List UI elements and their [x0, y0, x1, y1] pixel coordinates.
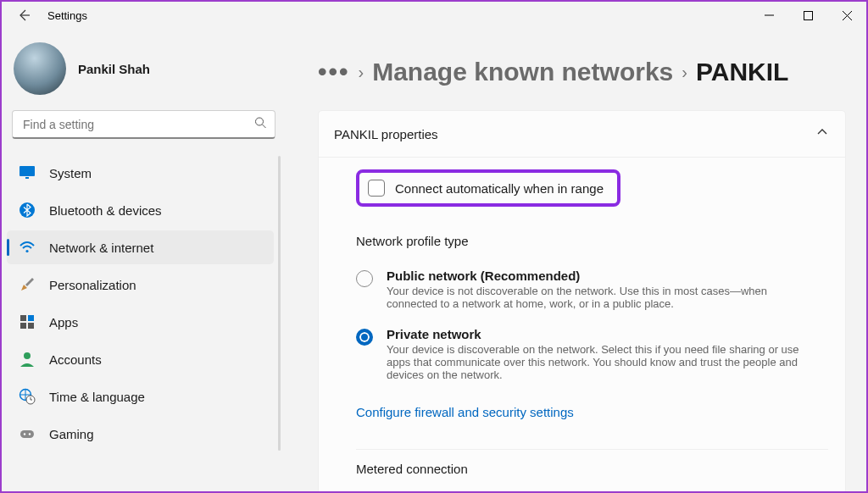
search-input[interactable] [12, 110, 275, 139]
sidebar-item-label: Accounts [49, 352, 102, 367]
scrollbar-track[interactable] [278, 156, 281, 451]
private-network-option[interactable]: Private network Your device is discovera… [356, 327, 828, 381]
sidebar-item-personalization[interactable]: Personalization [7, 268, 274, 302]
search-box [12, 110, 275, 139]
svg-point-19 [29, 433, 31, 435]
sidebar-item-system[interactable]: System [7, 156, 274, 190]
breadcrumb-current: PANKIL [696, 58, 788, 86]
sidebar-item-label: Apps [49, 315, 78, 330]
apps-icon [19, 313, 36, 330]
person-icon [19, 351, 36, 368]
svg-rect-11 [28, 315, 34, 321]
wifi-icon [19, 239, 36, 256]
monitor-icon [19, 164, 36, 181]
properties-panel: PANKIL properties Connect automatically … [318, 110, 846, 491]
auto-connect-label: Connect automatically when in range [395, 181, 604, 196]
public-radio[interactable] [356, 270, 373, 287]
search-icon [254, 117, 267, 133]
svg-rect-1 [804, 11, 812, 19]
nav-list: System Bluetooth & devices Network & int… [7, 156, 281, 451]
breadcrumb-manage-networks[interactable]: Manage known networks [372, 58, 673, 86]
globe-clock-icon [19, 388, 36, 405]
breadcrumb-ellipsis[interactable]: ••• [318, 58, 350, 86]
sidebar-item-label: Personalization [49, 278, 136, 292]
auto-connect-checkbox[interactable] [368, 180, 385, 197]
brush-icon [19, 276, 36, 293]
sidebar-item-accounts[interactable]: Accounts [7, 342, 274, 376]
svg-rect-12 [20, 323, 26, 329]
user-name: Pankil Shah [78, 62, 150, 76]
minimize-button[interactable] [749, 2, 788, 29]
sidebar-item-time-language[interactable]: Time & language [7, 379, 274, 413]
firewall-link[interactable]: Configure firewall and security settings [356, 405, 574, 419]
svg-point-14 [24, 352, 31, 359]
content-area: ••• › Manage known networks › PANKIL PAN… [286, 29, 866, 491]
chevron-up-icon [816, 126, 828, 141]
sidebar-item-label: Gaming [49, 427, 94, 441]
private-desc: Your device is discoverable on the netwo… [387, 343, 810, 381]
auto-connect-row: Connect automatically when in range [356, 169, 620, 207]
sidebar: Pankil Shah System Bluetooth & devices N… [2, 29, 286, 491]
user-profile[interactable]: Pankil Shah [7, 39, 281, 110]
window-title: Settings [47, 9, 87, 22]
private-label: Private network [387, 327, 810, 341]
sidebar-item-gaming[interactable]: Gaming [7, 417, 274, 451]
sidebar-item-label: System [49, 166, 92, 180]
chevron-right-icon: › [682, 63, 687, 82]
svg-line-5 [263, 125, 266, 128]
profile-type-title: Network profile type [356, 234, 828, 248]
maximize-button[interactable] [788, 2, 827, 29]
sidebar-item-bluetooth[interactable]: Bluetooth & devices [7, 193, 274, 227]
svg-point-18 [24, 433, 25, 435]
sidebar-item-network[interactable]: Network & internet [7, 230, 274, 264]
panel-header[interactable]: PANKIL properties [319, 111, 845, 158]
public-label: Public network (Recommended) [387, 269, 810, 283]
close-button[interactable] [827, 2, 866, 29]
breadcrumb: ••• › Manage known networks › PANKIL [318, 58, 846, 86]
sidebar-item-label: Network & internet [49, 241, 153, 255]
svg-rect-13 [28, 323, 34, 329]
bluetooth-icon [19, 202, 36, 219]
svg-point-4 [256, 118, 264, 125]
panel-title: PANKIL properties [334, 127, 438, 141]
sidebar-item-apps[interactable]: Apps [7, 305, 274, 339]
svg-rect-10 [20, 315, 26, 321]
private-radio[interactable] [356, 329, 373, 346]
svg-rect-7 [25, 177, 29, 179]
metered-connection-title: Metered connection [356, 449, 828, 476]
sidebar-item-label: Bluetooth & devices [49, 203, 162, 218]
chevron-right-icon: › [359, 63, 364, 82]
public-desc: Your device is not discoverable on the n… [387, 285, 810, 310]
public-network-option[interactable]: Public network (Recommended) Your device… [356, 269, 828, 310]
back-button[interactable] [14, 5, 34, 25]
gamepad-icon [19, 425, 36, 442]
svg-rect-17 [20, 430, 34, 438]
avatar [14, 42, 66, 95]
sidebar-item-label: Time & language [49, 390, 145, 404]
svg-point-9 [25, 250, 28, 252]
svg-rect-6 [19, 166, 35, 176]
